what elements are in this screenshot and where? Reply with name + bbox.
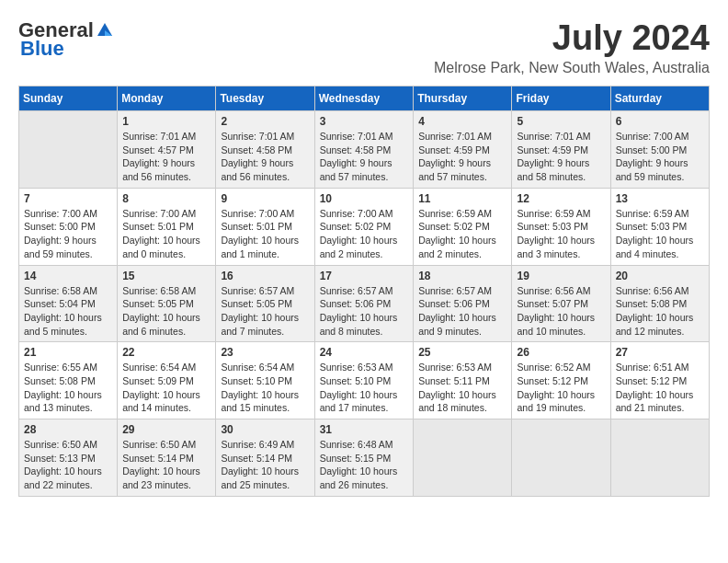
calendar-cell: 17Sunrise: 6:57 AM Sunset: 5:06 PM Dayli… xyxy=(314,265,414,342)
day-number: 10 xyxy=(320,192,409,205)
day-info: Sunrise: 6:59 AM Sunset: 5:03 PM Dayligh… xyxy=(517,207,605,261)
day-number: 17 xyxy=(320,270,409,282)
page-header: General Blue July 2024 Melrose Park, New… xyxy=(18,18,710,76)
calendar-cell: 26Sunrise: 6:52 AM Sunset: 5:12 PM Dayli… xyxy=(512,342,610,419)
day-info: Sunrise: 6:59 AM Sunset: 5:02 PM Dayligh… xyxy=(418,207,506,261)
calendar-cell xyxy=(610,419,709,497)
day-info: Sunrise: 6:57 AM Sunset: 5:06 PM Dayligh… xyxy=(418,284,506,339)
day-number: 6 xyxy=(616,115,704,128)
calendar-week-row: 21Sunrise: 6:55 AM Sunset: 5:08 PM Dayli… xyxy=(19,342,710,419)
title-block: July 2024 Melrose Park, New South Wales,… xyxy=(434,18,710,76)
calendar-cell: 7Sunrise: 7:00 AM Sunset: 5:00 PM Daylig… xyxy=(19,188,118,265)
calendar-cell: 31Sunrise: 6:48 AM Sunset: 5:15 PM Dayli… xyxy=(314,419,414,497)
day-info: Sunrise: 6:56 AM Sunset: 5:07 PM Dayligh… xyxy=(517,284,605,339)
day-info: Sunrise: 6:50 AM Sunset: 5:14 PM Dayligh… xyxy=(122,438,210,492)
weekday-header-monday: Monday xyxy=(118,86,216,111)
calendar-cell: 2Sunrise: 7:01 AM Sunset: 4:58 PM Daylig… xyxy=(216,111,314,189)
calendar-header-row: SundayMondayTuesdayWednesdayThursdayFrid… xyxy=(19,86,710,111)
location: Melrose Park, New South Wales, Australia xyxy=(434,60,710,76)
day-number: 26 xyxy=(517,346,605,359)
calendar-cell: 24Sunrise: 6:53 AM Sunset: 5:10 PM Dayli… xyxy=(314,342,414,419)
day-info: Sunrise: 7:00 AM Sunset: 5:01 PM Dayligh… xyxy=(221,207,309,261)
calendar-week-row: 1Sunrise: 7:01 AM Sunset: 4:57 PM Daylig… xyxy=(19,111,710,189)
day-info: Sunrise: 7:00 AM Sunset: 5:00 PM Dayligh… xyxy=(24,207,112,261)
calendar-cell: 14Sunrise: 6:58 AM Sunset: 5:04 PM Dayli… xyxy=(19,265,118,342)
calendar-cell: 10Sunrise: 7:00 AM Sunset: 5:02 PM Dayli… xyxy=(314,188,414,265)
day-info: Sunrise: 6:53 AM Sunset: 5:11 PM Dayligh… xyxy=(418,361,506,415)
day-info: Sunrise: 6:54 AM Sunset: 5:09 PM Dayligh… xyxy=(122,361,210,415)
day-info: Sunrise: 6:51 AM Sunset: 5:12 PM Dayligh… xyxy=(616,361,704,415)
calendar-cell: 28Sunrise: 6:50 AM Sunset: 5:13 PM Dayli… xyxy=(19,419,118,497)
day-info: Sunrise: 6:53 AM Sunset: 5:10 PM Dayligh… xyxy=(320,361,409,415)
day-number: 15 xyxy=(122,270,210,282)
day-number: 9 xyxy=(221,192,309,205)
calendar-cell: 22Sunrise: 6:54 AM Sunset: 5:09 PM Dayli… xyxy=(118,342,216,419)
weekday-header-wednesday: Wednesday xyxy=(314,86,414,111)
day-info: Sunrise: 6:56 AM Sunset: 5:08 PM Dayligh… xyxy=(616,284,704,339)
calendar-cell: 27Sunrise: 6:51 AM Sunset: 5:12 PM Dayli… xyxy=(610,342,709,419)
day-number: 18 xyxy=(418,270,506,282)
day-info: Sunrise: 6:55 AM Sunset: 5:08 PM Dayligh… xyxy=(24,361,112,415)
calendar-cell: 6Sunrise: 7:00 AM Sunset: 5:00 PM Daylig… xyxy=(610,111,709,189)
calendar-cell: 1Sunrise: 7:01 AM Sunset: 4:57 PM Daylig… xyxy=(118,111,216,189)
day-info: Sunrise: 6:54 AM Sunset: 5:10 PM Dayligh… xyxy=(221,361,309,415)
calendar-cell: 21Sunrise: 6:55 AM Sunset: 5:08 PM Dayli… xyxy=(19,342,118,419)
calendar-cell xyxy=(19,111,118,189)
day-number: 16 xyxy=(221,270,309,282)
day-number: 3 xyxy=(320,115,409,128)
calendar-cell: 25Sunrise: 6:53 AM Sunset: 5:11 PM Dayli… xyxy=(414,342,512,419)
day-info: Sunrise: 7:00 AM Sunset: 5:00 PM Dayligh… xyxy=(616,130,704,184)
day-info: Sunrise: 6:48 AM Sunset: 5:15 PM Dayligh… xyxy=(320,438,409,492)
day-info: Sunrise: 7:01 AM Sunset: 4:58 PM Dayligh… xyxy=(221,130,309,184)
logo-icon xyxy=(96,21,114,40)
day-number: 12 xyxy=(517,192,605,205)
day-number: 21 xyxy=(24,346,112,359)
day-info: Sunrise: 6:57 AM Sunset: 5:06 PM Dayligh… xyxy=(320,284,409,339)
calendar-week-row: 14Sunrise: 6:58 AM Sunset: 5:04 PM Dayli… xyxy=(19,265,710,342)
day-info: Sunrise: 6:58 AM Sunset: 5:05 PM Dayligh… xyxy=(122,284,210,339)
day-info: Sunrise: 6:49 AM Sunset: 5:14 PM Dayligh… xyxy=(221,438,309,492)
calendar-week-row: 7Sunrise: 7:00 AM Sunset: 5:00 PM Daylig… xyxy=(19,188,710,265)
day-number: 19 xyxy=(517,270,605,282)
day-number: 25 xyxy=(418,346,506,359)
calendar-cell: 9Sunrise: 7:00 AM Sunset: 5:01 PM Daylig… xyxy=(216,188,314,265)
calendar-cell: 20Sunrise: 6:56 AM Sunset: 5:08 PM Dayli… xyxy=(610,265,709,342)
calendar-cell: 23Sunrise: 6:54 AM Sunset: 5:10 PM Dayli… xyxy=(216,342,314,419)
day-info: Sunrise: 6:59 AM Sunset: 5:03 PM Dayligh… xyxy=(616,207,704,261)
weekday-header-sunday: Sunday xyxy=(19,86,118,111)
calendar-week-row: 28Sunrise: 6:50 AM Sunset: 5:13 PM Dayli… xyxy=(19,419,710,497)
calendar-cell: 29Sunrise: 6:50 AM Sunset: 5:14 PM Dayli… xyxy=(118,419,216,497)
weekday-header-thursday: Thursday xyxy=(414,86,512,111)
calendar-cell: 3Sunrise: 7:01 AM Sunset: 4:58 PM Daylig… xyxy=(314,111,414,189)
day-number: 20 xyxy=(616,270,704,282)
day-number: 29 xyxy=(122,423,210,436)
day-number: 5 xyxy=(517,115,605,128)
logo: General Blue xyxy=(18,18,114,61)
day-number: 31 xyxy=(320,423,409,436)
day-info: Sunrise: 6:52 AM Sunset: 5:12 PM Dayligh… xyxy=(517,361,605,415)
calendar-cell xyxy=(414,419,512,497)
calendar-cell: 19Sunrise: 6:56 AM Sunset: 5:07 PM Dayli… xyxy=(512,265,610,342)
month-title: July 2024 xyxy=(434,18,710,58)
calendar-cell: 4Sunrise: 7:01 AM Sunset: 4:59 PM Daylig… xyxy=(414,111,512,189)
day-number: 14 xyxy=(24,270,112,282)
weekday-header-saturday: Saturday xyxy=(610,86,709,111)
calendar-cell: 16Sunrise: 6:57 AM Sunset: 5:05 PM Dayli… xyxy=(216,265,314,342)
day-info: Sunrise: 7:01 AM Sunset: 4:59 PM Dayligh… xyxy=(517,130,605,184)
day-number: 22 xyxy=(122,346,210,359)
day-info: Sunrise: 6:57 AM Sunset: 5:05 PM Dayligh… xyxy=(221,284,309,339)
day-info: Sunrise: 7:01 AM Sunset: 4:58 PM Dayligh… xyxy=(320,130,409,184)
calendar-cell: 11Sunrise: 6:59 AM Sunset: 5:02 PM Dayli… xyxy=(414,188,512,265)
day-number: 24 xyxy=(320,346,409,359)
day-number: 27 xyxy=(616,346,704,359)
day-number: 23 xyxy=(221,346,309,359)
calendar-cell: 13Sunrise: 6:59 AM Sunset: 5:03 PM Dayli… xyxy=(610,188,709,265)
calendar-cell: 18Sunrise: 6:57 AM Sunset: 5:06 PM Dayli… xyxy=(414,265,512,342)
day-number: 8 xyxy=(122,192,210,205)
day-number: 13 xyxy=(616,192,704,205)
day-number: 4 xyxy=(418,115,506,128)
day-number: 2 xyxy=(221,115,309,128)
day-number: 11 xyxy=(418,192,506,205)
day-number: 28 xyxy=(24,423,112,436)
day-info: Sunrise: 7:01 AM Sunset: 4:57 PM Dayligh… xyxy=(122,130,210,184)
